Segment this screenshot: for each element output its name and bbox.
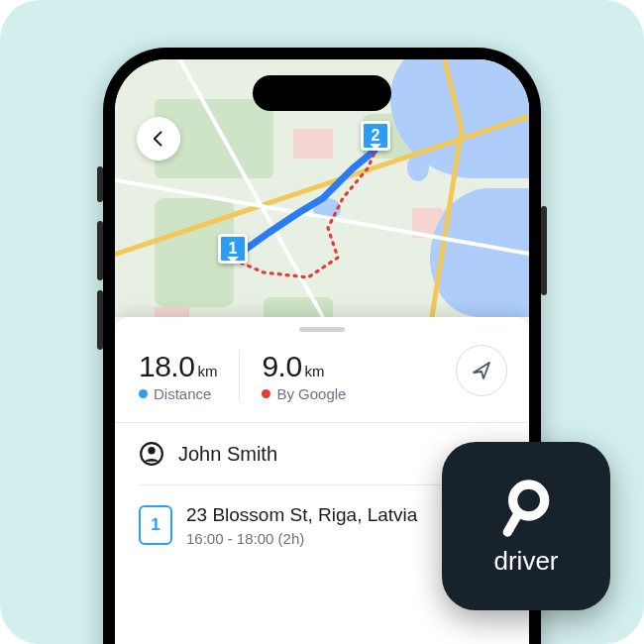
sheet-drag-handle[interactable] bbox=[299, 327, 345, 332]
navigate-button[interactable] bbox=[456, 345, 507, 396]
stop-index-badge: 1 bbox=[139, 505, 172, 545]
phone-volume-up bbox=[97, 221, 103, 280]
arrow-left-icon bbox=[149, 129, 168, 149]
distance-value: 18.0 bbox=[139, 350, 194, 382]
driver-app-badge[interactable]: driver bbox=[442, 442, 610, 610]
distance-unit: km bbox=[197, 363, 217, 379]
dynamic-island bbox=[253, 75, 391, 111]
phone-volume-down bbox=[97, 290, 103, 350]
driver-badge-label: driver bbox=[493, 546, 558, 577]
driver-logo-icon bbox=[494, 477, 558, 540]
map-marker-2[interactable]: 2 bbox=[361, 121, 390, 151]
google-dot-icon bbox=[262, 389, 270, 398]
phone-power-button bbox=[541, 206, 547, 295]
person-icon bbox=[139, 441, 164, 467]
map-marker-1[interactable]: 1 bbox=[218, 234, 248, 264]
stat-distance: 18.0km Distance bbox=[139, 350, 239, 402]
stop-address: 23 Blossom St, Riga, Latvia bbox=[186, 503, 417, 527]
google-label: By Google bbox=[276, 385, 346, 402]
svg-point-1 bbox=[148, 447, 155, 454]
stats-row: 18.0km Distance 9.0km By Google bbox=[139, 350, 505, 402]
google-value: 9.0 bbox=[262, 350, 301, 382]
distance-dot-icon bbox=[139, 389, 148, 398]
back-button[interactable] bbox=[137, 117, 180, 161]
navigate-icon bbox=[470, 359, 493, 382]
promo-card: 1 2 18.0km Distance 9.0km By Google bbox=[0, 0, 644, 644]
google-unit: km bbox=[305, 363, 325, 379]
distance-label: Distance bbox=[154, 385, 211, 402]
phone-silent-switch bbox=[97, 166, 103, 202]
stop-time: 16:00 - 18:00 (2h) bbox=[186, 530, 417, 547]
stat-google: 9.0km By Google bbox=[239, 350, 368, 402]
user-name: John Smith bbox=[178, 443, 277, 466]
